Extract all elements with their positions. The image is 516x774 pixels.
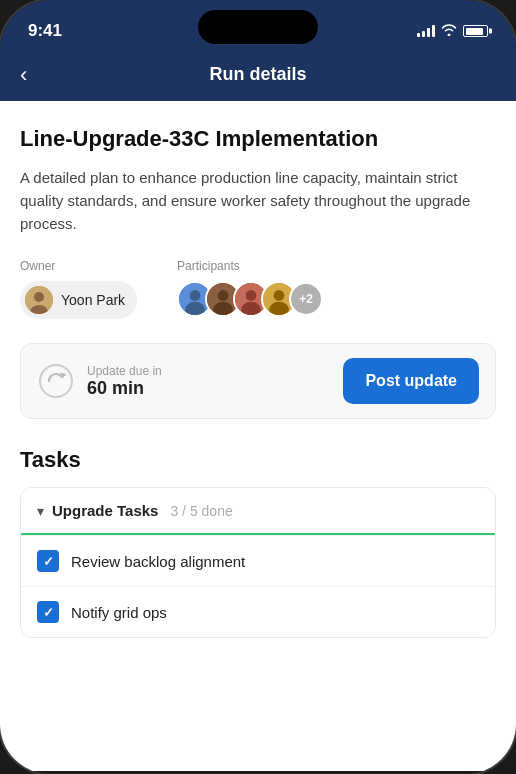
battery-icon (463, 25, 488, 37)
back-chevron-icon: ‹ (20, 64, 27, 86)
task-item[interactable]: ✓ Review backlog alignment (21, 535, 495, 586)
task-group: ▾ Upgrade Tasks 3 / 5 done ✓ Review back… (20, 487, 496, 638)
svg-point-4 (190, 290, 201, 301)
run-description: A detailed plan to enhance production li… (20, 166, 496, 236)
svg-point-11 (241, 302, 261, 317)
task-label-2: Notify grid ops (71, 604, 167, 621)
svg-point-10 (246, 290, 257, 301)
owner-avatar (25, 286, 53, 314)
svg-point-13 (274, 290, 285, 301)
update-text: Update due in 60 min (87, 364, 162, 399)
participant-avatars: +2 (177, 281, 323, 317)
meta-row: Owner Yoon Park Participants (20, 259, 496, 319)
participants-section: Participants (177, 259, 323, 317)
task-checkbox-2[interactable]: ✓ (37, 601, 59, 623)
status-icons (417, 24, 488, 39)
task-group-name: Upgrade Tasks (52, 502, 158, 519)
svg-point-1 (34, 292, 44, 302)
task-group-progress: 3 / 5 done (170, 503, 232, 519)
update-due-label: Update due in (87, 364, 162, 378)
task-item-2[interactable]: ✓ Notify grid ops (21, 586, 495, 637)
owner-chip: Yoon Park (20, 281, 137, 319)
update-left: Update due in 60 min (37, 362, 162, 400)
dynamic-island (198, 10, 318, 44)
owner-section: Owner Yoon Park (20, 259, 137, 319)
tasks-title: Tasks (20, 447, 496, 473)
main-content: Line-Upgrade-33C Implementation A detail… (0, 101, 516, 771)
status-time: 9:41 (28, 21, 62, 41)
back-button[interactable]: ‹ (20, 64, 27, 86)
task-group-header[interactable]: ▾ Upgrade Tasks 3 / 5 done (21, 488, 495, 535)
svg-point-8 (213, 302, 233, 317)
task-label-1: Review backlog alignment (71, 553, 245, 570)
owner-label: Owner (20, 259, 137, 273)
refresh-icon (37, 362, 75, 400)
checkmark-icon: ✓ (43, 554, 54, 569)
update-card: Update due in 60 min Post update (20, 343, 496, 419)
phone-frame: 9:41 ‹ Run details (0, 0, 516, 774)
task-checkbox-1[interactable]: ✓ (37, 550, 59, 572)
checkmark-icon-2: ✓ (43, 605, 54, 620)
svg-point-14 (269, 302, 289, 317)
owner-name: Yoon Park (61, 292, 125, 308)
chevron-down-icon: ▾ (37, 503, 44, 519)
participants-extra-badge: +2 (289, 282, 323, 316)
wifi-icon (441, 24, 457, 39)
participants-label: Participants (177, 259, 323, 273)
page-header: ‹ Run details (0, 50, 516, 101)
header-title: Run details (209, 64, 306, 85)
post-update-button[interactable]: Post update (343, 358, 479, 404)
update-due-value: 60 min (87, 378, 162, 399)
svg-point-5 (185, 302, 205, 317)
signal-icon (417, 25, 435, 37)
svg-point-15 (40, 365, 72, 397)
svg-point-7 (218, 290, 229, 301)
run-title: Line-Upgrade-33C Implementation (20, 125, 496, 154)
